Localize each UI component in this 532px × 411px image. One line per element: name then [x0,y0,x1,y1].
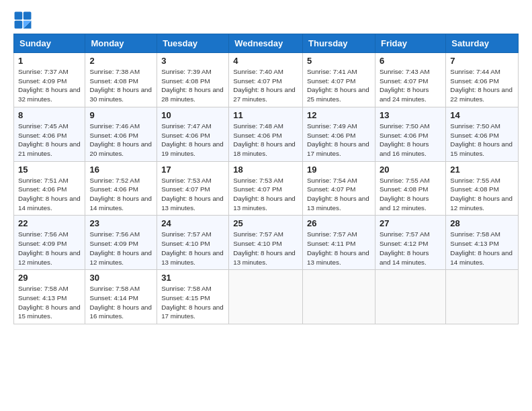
week-row-3: 15Sunrise: 7:51 AMSunset: 4:06 PMDayligh… [14,161,519,216]
day-cell-12: 12Sunrise: 7:49 AMSunset: 4:06 PMDayligh… [303,107,375,161]
day-detail-14: Sunrise: 7:50 AMSunset: 4:06 PMDaylight:… [450,122,514,158]
empty-cell [375,270,445,324]
day-detail-3: Sunrise: 7:39 AMSunset: 4:08 PMDaylight:… [161,67,224,104]
day-number-12: 12 [307,110,371,120]
day-detail-18: Sunrise: 7:53 AMSunset: 4:07 PMDaylight:… [233,176,298,213]
day-cell-9: 9Sunrise: 7:46 AMSunset: 4:06 PMDaylight… [85,107,157,161]
day-number-30: 30 [89,273,152,283]
day-detail-21: Sunrise: 7:55 AMSunset: 4:08 PMDaylight:… [450,176,514,213]
day-cell-6: 6Sunrise: 7:43 AMSunset: 4:07 PMDaylight… [375,53,445,107]
day-detail-22: Sunrise: 7:56 AMSunset: 4:09 PMDaylight:… [18,230,81,267]
day-detail-28: Sunrise: 7:58 AMSunset: 4:13 PMDaylight:… [450,230,514,267]
day-number-15: 15 [18,165,81,175]
day-number-25: 25 [233,218,298,228]
header-saturday: Saturday [446,34,519,53]
day-detail-29: Sunrise: 7:58 AMSunset: 4:13 PMDaylight:… [18,284,81,321]
day-detail-27: Sunrise: 7:57 AMSunset: 4:12 PMDaylight:… [380,230,441,267]
day-number-31: 31 [161,273,224,283]
day-detail-12: Sunrise: 7:49 AMSunset: 4:06 PMDaylight:… [307,122,371,158]
day-cell-29: 29Sunrise: 7:58 AMSunset: 4:13 PMDayligh… [14,270,85,324]
empty-cell [446,270,519,324]
day-number-9: 9 [89,110,152,120]
day-detail-25: Sunrise: 7:57 AMSunset: 4:10 PMDaylight:… [233,230,298,267]
day-cell-30: 30Sunrise: 7:58 AMSunset: 4:14 PMDayligh… [85,270,157,324]
day-cell-16: 16Sunrise: 7:52 AMSunset: 4:06 PMDayligh… [85,161,157,216]
week-row-4: 22Sunrise: 7:56 AMSunset: 4:09 PMDayligh… [14,216,519,270]
day-number-27: 27 [380,218,441,228]
week-row-1: 1Sunrise: 7:37 AMSunset: 4:09 PMDaylight… [14,53,519,107]
day-number-17: 17 [161,165,224,175]
day-cell-18: 18Sunrise: 7:53 AMSunset: 4:07 PMDayligh… [229,161,303,216]
page: SundayMondayTuesdayWednesdayThursdayFrid… [0,0,532,411]
day-cell-13: 13Sunrise: 7:50 AMSunset: 4:06 PMDayligh… [375,107,445,161]
svg-rect-1 [24,12,32,20]
empty-cell [229,270,303,324]
calendar-body: 1Sunrise: 7:37 AMSunset: 4:09 PMDaylight… [14,53,519,324]
calendar-header: SundayMondayTuesdayWednesdayThursdayFrid… [14,34,519,53]
day-number-21: 21 [450,165,514,175]
day-cell-10: 10Sunrise: 7:47 AMSunset: 4:06 PMDayligh… [157,107,229,161]
logo [13,11,35,30]
day-cell-25: 25Sunrise: 7:57 AMSunset: 4:10 PMDayligh… [229,216,303,270]
day-detail-30: Sunrise: 7:58 AMSunset: 4:14 PMDaylight:… [89,284,152,321]
empty-cell [303,270,375,324]
day-number-22: 22 [18,218,81,228]
day-number-14: 14 [450,110,514,120]
day-number-26: 26 [307,218,371,228]
header-thursday: Thursday [303,34,375,53]
day-cell-8: 8Sunrise: 7:45 AMSunset: 4:06 PMDaylight… [14,107,85,161]
day-detail-4: Sunrise: 7:40 AMSunset: 4:07 PMDaylight:… [233,67,298,104]
day-cell-19: 19Sunrise: 7:54 AMSunset: 4:07 PMDayligh… [303,161,375,216]
day-cell-24: 24Sunrise: 7:57 AMSunset: 4:10 PMDayligh… [157,216,229,270]
header-monday: Monday [85,34,157,53]
day-number-23: 23 [89,218,152,228]
day-cell-7: 7Sunrise: 7:44 AMSunset: 4:06 PMDaylight… [446,53,519,107]
day-detail-17: Sunrise: 7:53 AMSunset: 4:07 PMDaylight:… [161,176,224,213]
day-number-1: 1 [18,56,81,66]
day-detail-6: Sunrise: 7:43 AMSunset: 4:07 PMDaylight:… [380,67,441,104]
day-detail-13: Sunrise: 7:50 AMSunset: 4:06 PMDaylight:… [380,122,441,158]
day-number-18: 18 [233,165,298,175]
day-cell-5: 5Sunrise: 7:41 AMSunset: 4:07 PMDaylight… [303,53,375,107]
day-cell-4: 4Sunrise: 7:40 AMSunset: 4:07 PMDaylight… [229,53,303,107]
day-detail-2: Sunrise: 7:38 AMSunset: 4:08 PMDaylight:… [89,67,152,104]
day-number-5: 5 [307,56,371,66]
day-number-6: 6 [380,56,441,66]
day-cell-31: 31Sunrise: 7:58 AMSunset: 4:15 PMDayligh… [157,270,229,324]
day-number-20: 20 [380,165,441,175]
day-detail-24: Sunrise: 7:57 AMSunset: 4:10 PMDaylight:… [161,230,224,267]
day-cell-28: 28Sunrise: 7:58 AMSunset: 4:13 PMDayligh… [446,216,519,270]
day-detail-20: Sunrise: 7:55 AMSunset: 4:08 PMDaylight:… [380,176,441,213]
header [13,11,519,30]
svg-rect-2 [15,21,23,29]
day-number-28: 28 [450,218,514,228]
day-detail-23: Sunrise: 7:56 AMSunset: 4:09 PMDaylight:… [89,230,152,267]
day-detail-7: Sunrise: 7:44 AMSunset: 4:06 PMDaylight:… [450,67,514,104]
day-number-24: 24 [161,218,224,228]
day-cell-14: 14Sunrise: 7:50 AMSunset: 4:06 PMDayligh… [446,107,519,161]
day-cell-11: 11Sunrise: 7:48 AMSunset: 4:06 PMDayligh… [229,107,303,161]
day-number-7: 7 [450,56,514,66]
day-detail-9: Sunrise: 7:46 AMSunset: 4:06 PMDaylight:… [89,122,152,158]
day-detail-26: Sunrise: 7:57 AMSunset: 4:11 PMDaylight:… [307,230,371,267]
day-detail-10: Sunrise: 7:47 AMSunset: 4:06 PMDaylight:… [161,122,224,158]
day-cell-2: 2Sunrise: 7:38 AMSunset: 4:08 PMDaylight… [85,53,157,107]
day-number-8: 8 [18,110,81,120]
day-number-13: 13 [380,110,441,120]
day-cell-15: 15Sunrise: 7:51 AMSunset: 4:06 PMDayligh… [14,161,85,216]
day-cell-17: 17Sunrise: 7:53 AMSunset: 4:07 PMDayligh… [157,161,229,216]
day-detail-16: Sunrise: 7:52 AMSunset: 4:06 PMDaylight:… [89,176,152,213]
day-number-10: 10 [161,110,224,120]
day-cell-20: 20Sunrise: 7:55 AMSunset: 4:08 PMDayligh… [375,161,445,216]
header-row: SundayMondayTuesdayWednesdayThursdayFrid… [14,34,519,53]
header-sunday: Sunday [14,34,85,53]
day-detail-11: Sunrise: 7:48 AMSunset: 4:06 PMDaylight:… [233,122,298,158]
day-cell-21: 21Sunrise: 7:55 AMSunset: 4:08 PMDayligh… [446,161,519,216]
day-number-16: 16 [89,165,152,175]
day-detail-19: Sunrise: 7:54 AMSunset: 4:07 PMDaylight:… [307,176,371,213]
header-friday: Friday [375,34,445,53]
day-cell-3: 3Sunrise: 7:39 AMSunset: 4:08 PMDaylight… [157,53,229,107]
day-number-4: 4 [233,56,298,66]
week-row-5: 29Sunrise: 7:58 AMSunset: 4:13 PMDayligh… [14,270,519,324]
day-detail-5: Sunrise: 7:41 AMSunset: 4:07 PMDaylight:… [307,67,371,104]
